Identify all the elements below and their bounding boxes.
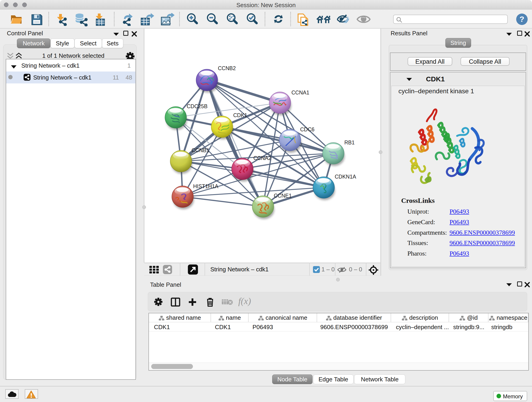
svg-text:CDC6: CDC6 [300,127,315,133]
svg-text:CCNB2: CCNB2 [218,65,236,71]
svg-text:CCNA1: CCNA1 [291,89,309,96]
svg-text:CDK1: CDK1 [233,112,247,118]
svg-text:RB1: RB1 [344,140,355,146]
svg-text:CDC25B: CDC25B [187,103,208,109]
svg-text:HIST1H1A: HIST1H1A [193,183,219,189]
svg-text:CCNA2: CCNA2 [253,155,271,161]
svg-text:CDKN1A: CDKN1A [335,174,356,180]
svg-text:CCNE1: CCNE1 [274,193,292,199]
svg-text:?: ? [520,15,525,23]
svg-text:CCNB1: CCNB1 [191,147,209,153]
